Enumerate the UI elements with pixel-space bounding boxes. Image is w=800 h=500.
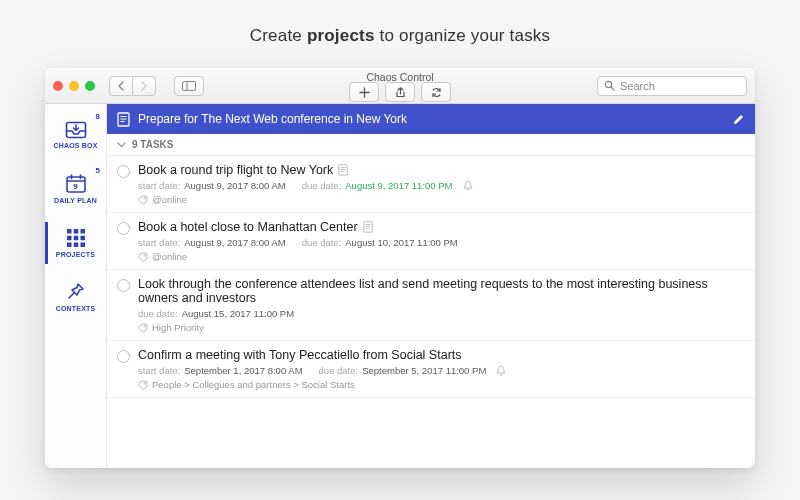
minimize-icon[interactable] xyxy=(69,81,79,91)
svg-line-18 xyxy=(69,293,74,298)
task-title: Confirm a meeting with Tony Peccatiello … xyxy=(138,348,745,362)
svg-rect-0 xyxy=(183,81,196,90)
task-checkbox[interactable] xyxy=(117,279,130,292)
sidebar-item-label: CHAOS BOX xyxy=(53,142,97,149)
svg-point-33 xyxy=(144,325,146,327)
svg-rect-16 xyxy=(73,243,78,248)
sidebar-badge: 8 xyxy=(96,112,100,121)
task-tags: People > Collegues and partners > Social… xyxy=(138,379,745,390)
grid-icon xyxy=(66,228,86,248)
svg-line-3 xyxy=(611,87,614,90)
edit-icon[interactable] xyxy=(732,113,745,126)
sidebar-item-dailyplan[interactable]: 5 9 DAILY PLAN xyxy=(45,162,106,216)
tag-icon xyxy=(138,380,148,390)
window-controls xyxy=(53,81,95,91)
project-title: Prepare for The Next Web conference in N… xyxy=(138,112,724,126)
tasks-section-header[interactable]: 9 TASKS xyxy=(107,134,755,156)
sync-button[interactable] xyxy=(421,82,451,102)
svg-rect-14 xyxy=(80,236,85,241)
task-checkbox[interactable] xyxy=(117,350,130,363)
task-list: Book a round trip flight to New Yorkstar… xyxy=(107,156,755,468)
sidebar-item-label: PROJECTS xyxy=(56,251,95,258)
project-header[interactable]: Prepare for The Next Web conference in N… xyxy=(107,104,755,134)
sidebar-item-label: CONTEXTS xyxy=(56,305,96,312)
task-title: Book a round trip flight to New York xyxy=(138,163,745,177)
inbox-icon xyxy=(65,121,87,139)
svg-rect-15 xyxy=(67,243,72,248)
svg-rect-12 xyxy=(67,236,72,241)
note-icon xyxy=(338,164,348,176)
close-icon[interactable] xyxy=(53,81,63,91)
sidebar-item-projects[interactable]: PROJECTS xyxy=(45,216,106,270)
nav-back-forward xyxy=(109,76,156,96)
task-meta: start date:August 9, 2017 8:00 AMdue dat… xyxy=(138,237,745,248)
svg-point-34 xyxy=(144,382,146,384)
task-title: Look through the conference attendees li… xyxy=(138,277,745,305)
zoom-icon[interactable] xyxy=(85,81,95,91)
search-icon xyxy=(604,80,615,91)
reminder-icon xyxy=(496,365,506,376)
svg-rect-23 xyxy=(339,165,347,175)
sidebar-item-contexts[interactable]: CONTEXTS xyxy=(45,270,106,324)
svg-rect-28 xyxy=(363,222,371,232)
titlebar: Chaos Control Search xyxy=(45,68,755,104)
reminder-icon xyxy=(463,180,473,191)
search-placeholder: Search xyxy=(620,80,655,92)
add-button[interactable] xyxy=(349,82,379,102)
task-checkbox[interactable] xyxy=(117,222,130,235)
task-title: Book a hotel close to Manhattan Center xyxy=(138,220,745,234)
page-heading: Create projects to organize your tasks xyxy=(250,26,551,46)
back-button[interactable] xyxy=(109,76,133,96)
note-icon xyxy=(363,221,373,233)
document-icon xyxy=(117,112,130,127)
sidebar-item-label: DAILY PLAN xyxy=(54,197,97,204)
task-row[interactable]: Look through the conference attendees li… xyxy=(107,270,755,341)
tasks-count-label: 9 TASKS xyxy=(132,139,174,150)
task-tags: @online xyxy=(138,194,745,205)
chevron-down-icon xyxy=(117,142,126,148)
sidebar-badge: 5 xyxy=(96,166,100,175)
svg-rect-11 xyxy=(80,229,85,234)
tag-icon xyxy=(138,323,148,333)
svg-point-27 xyxy=(144,197,146,199)
sidebar-toggle-button[interactable] xyxy=(174,76,204,96)
sidebar: 8 CHAOS BOX 5 9 DAILY PLAN xyxy=(45,104,107,468)
sidebar-item-chaosbox[interactable]: 8 CHAOS BOX xyxy=(45,108,106,162)
svg-rect-10 xyxy=(73,229,78,234)
calendar-day-number: 9 xyxy=(65,182,87,191)
tag-icon xyxy=(138,252,148,262)
task-row[interactable]: Book a round trip flight to New Yorkstar… xyxy=(107,156,755,213)
svg-point-32 xyxy=(144,254,146,256)
task-checkbox[interactable] xyxy=(117,165,130,178)
app-window: Chaos Control Search 8 xyxy=(45,68,755,468)
main-content: Prepare for The Next Web conference in N… xyxy=(107,104,755,468)
calendar-icon: 9 xyxy=(65,174,87,194)
task-tags: High Priority xyxy=(138,322,745,333)
pin-icon xyxy=(66,282,86,302)
tag-icon xyxy=(138,195,148,205)
task-row[interactable]: Confirm a meeting with Tony Peccatiello … xyxy=(107,341,755,398)
search-input[interactable]: Search xyxy=(597,76,747,96)
forward-button[interactable] xyxy=(133,76,156,96)
task-meta: start date:August 9, 2017 8:00 AMdue dat… xyxy=(138,180,745,191)
share-button[interactable] xyxy=(385,82,415,102)
task-meta: due date:August 15, 2017 11:00 PM xyxy=(138,308,745,319)
task-tags: @online xyxy=(138,251,745,262)
svg-rect-13 xyxy=(73,236,78,241)
task-row[interactable]: Book a hotel close to Manhattan Centerst… xyxy=(107,213,755,270)
svg-rect-9 xyxy=(67,229,72,234)
task-meta: start date:September 1, 2017 8:00 AMdue … xyxy=(138,365,745,376)
svg-rect-17 xyxy=(80,243,85,248)
